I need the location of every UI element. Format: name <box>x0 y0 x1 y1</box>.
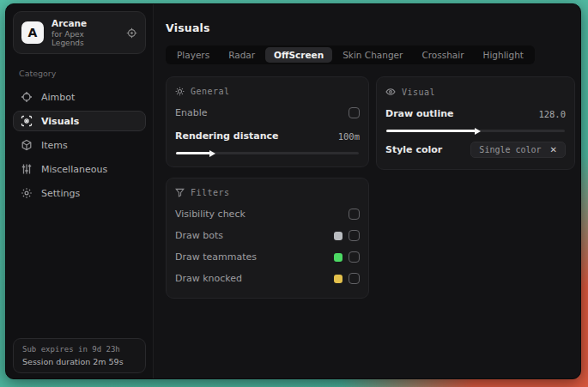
tab-skin-changer[interactable]: Skin Changer <box>334 47 411 63</box>
app-window: A Arcane for Apex Legends Category <box>5 3 581 379</box>
rendering-distance-row: Rendering distance 100m <box>175 127 360 145</box>
tab-crosshair[interactable]: Crosshair <box>413 47 472 63</box>
tab-strip: Players Radar OffScreen Skin Changer Cro… <box>166 45 535 64</box>
slider-fill[interactable] <box>386 130 476 132</box>
left-column: General Enable Rendering distance 100m <box>166 76 369 299</box>
enable-row: Enable <box>175 104 360 122</box>
sidebar-item-label: Visuals <box>41 116 79 127</box>
filter-row-draw-knocked: Draw knocked <box>175 269 360 287</box>
tab-offscreen[interactable]: OffScreen <box>265 47 332 63</box>
draw-bots-checkbox[interactable] <box>349 230 360 241</box>
logo-text: Arcane for Apex Legends <box>52 18 118 47</box>
filter-row-draw-bots: Draw bots <box>175 227 360 245</box>
filter-row-draw-teammates: Draw teammates <box>175 248 360 266</box>
sidebar-item-label: Items <box>41 140 68 151</box>
rendering-distance-label: Rendering distance <box>175 130 279 142</box>
logo-card: A Arcane for Apex Legends <box>13 11 146 54</box>
tab-players[interactable]: Players <box>168 47 218 63</box>
draw-outline-label: Draw outline <box>385 108 453 119</box>
visual-card-header: Visual <box>385 87 566 97</box>
draw-outline-slider[interactable] <box>386 130 565 132</box>
sidebar-item-label: Miscellaneous <box>41 164 107 175</box>
draw-outline-value: 128.0 <box>538 109 566 119</box>
general-card-header: General <box>175 87 360 96</box>
tab-radar[interactable]: Radar <box>220 47 264 63</box>
crosshair-icon <box>21 91 33 103</box>
card-title: Visual <box>402 88 435 97</box>
draw-teammates-checkbox[interactable] <box>349 251 360 263</box>
target-icon[interactable] <box>126 27 137 39</box>
sliders-icon <box>21 163 33 175</box>
sidebar-item-label: Settings <box>41 188 80 199</box>
main-panel: Visuals Players Radar OffScreen Skin Cha… <box>154 4 581 378</box>
card-title: Filters <box>191 188 230 197</box>
clear-icon[interactable]: ✕ <box>550 146 557 154</box>
category-label: Category <box>19 69 153 78</box>
page-title: Visuals <box>166 21 575 34</box>
filter-label: Draw bots <box>175 230 223 241</box>
enable-checkbox[interactable] <box>349 107 360 118</box>
draw-bots-color-swatch[interactable] <box>334 232 342 240</box>
filters-card: Filters Visibility check Draw bots <box>166 178 369 299</box>
style-color-value: Single color <box>479 145 541 154</box>
cog-sun-icon <box>175 87 185 96</box>
gear-icon <box>21 187 33 199</box>
sidebar-item-miscellaneous[interactable]: Miscellaneous <box>13 159 146 179</box>
sidebar-item-visuals[interactable]: Visuals <box>13 111 146 131</box>
filter-label: Draw knocked <box>175 273 242 284</box>
eye-icon <box>385 87 396 97</box>
sidebar-item-label: Aimbot <box>41 92 75 103</box>
session-duration-text: Session duration 2m 59s <box>22 357 136 366</box>
style-color-row: Style color Single color ✕ <box>385 141 566 159</box>
draw-knocked-checkbox[interactable] <box>349 273 360 284</box>
app-title: Arcane <box>52 18 118 28</box>
sidebar-nav: Aimbot Visuals Items <box>13 87 146 203</box>
app-subtitle: for Apex Legends <box>52 30 118 47</box>
sidebar-item-aimbot[interactable]: Aimbot <box>13 87 146 107</box>
visibility-check-checkbox[interactable] <box>349 209 360 220</box>
rendering-distance-slider[interactable] <box>176 152 359 154</box>
rendering-distance-value: 100m <box>338 131 360 142</box>
visual-card: Visual Draw outline 128.0 Style color Si… <box>376 76 575 170</box>
scan-eye-icon <box>21 115 33 127</box>
session-card: Sub expires in 9d 23h Session duration 2… <box>13 338 146 373</box>
filter-row-visibility-check: Visibility check <box>175 205 360 223</box>
sub-expires-text: Sub expires in 9d 23h <box>22 345 136 354</box>
enable-label: Enable <box>175 107 207 118</box>
right-column: Visual Draw outline 128.0 Style color Si… <box>376 76 575 170</box>
general-card: General Enable Rendering distance 100m <box>166 76 369 167</box>
filter-label: Draw teammates <box>175 251 257 263</box>
sidebar: A Arcane for Apex Legends Category <box>6 4 154 378</box>
filter-label: Visibility check <box>175 209 246 220</box>
card-title: General <box>191 87 230 96</box>
content-row: General Enable Rendering distance 100m <box>166 76 575 299</box>
style-color-select[interactable]: Single color ✕ <box>470 142 566 158</box>
package-icon <box>21 139 33 151</box>
draw-knocked-color-swatch[interactable] <box>334 275 342 283</box>
tab-highlight[interactable]: Highlight <box>475 47 532 63</box>
funnel-icon <box>175 188 185 197</box>
app-logo: A <box>21 21 44 44</box>
slider-fill[interactable] <box>176 152 210 154</box>
sidebar-item-settings[interactable]: Settings <box>13 183 146 203</box>
draw-teammates-color-swatch[interactable] <box>334 253 342 262</box>
sidebar-item-items[interactable]: Items <box>13 135 146 155</box>
filters-card-header: Filters <box>175 188 360 197</box>
style-color-label: Style color <box>385 144 442 155</box>
draw-outline-row: Draw outline 128.0 <box>385 105 566 123</box>
